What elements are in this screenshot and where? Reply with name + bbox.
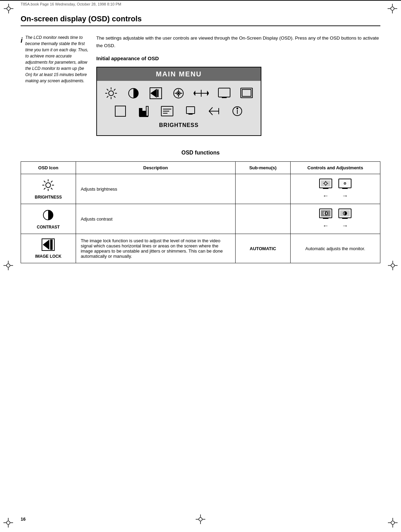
svg-line-15 — [107, 89, 108, 91]
svg-marker-31 — [194, 92, 195, 95]
svg-rect-34 — [218, 88, 230, 97]
bottom-right-corner-mark — [388, 518, 398, 529]
contrast-label: CONTRAST — [26, 225, 71, 230]
svg-point-117 — [7, 264, 10, 267]
svg-line-18 — [107, 96, 108, 98]
imagelock-submenu-label: AUTOMATIC — [250, 246, 276, 251]
right-center-mark — [388, 261, 398, 272]
header-text: T85A.book Page 16 Wednesday, October 28,… — [21, 2, 121, 6]
svg-rect-57 — [186, 107, 195, 114]
osd-icon-row-1 — [104, 86, 254, 100]
top-left-corner-mark — [3, 3, 14, 14]
osd-barchart-icon — [136, 104, 151, 118]
svg-rect-50 — [143, 111, 145, 116]
note-text: The LCD monitor needs time to become the… — [25, 34, 89, 84]
osd-return-icon — [206, 104, 221, 118]
svg-point-102 — [199, 518, 202, 521]
osd-monitor-1-icon — [217, 86, 231, 100]
osd-functions-table: OSD Icon Description Sub-menu(s) Control… — [21, 161, 380, 263]
svg-point-10 — [109, 91, 113, 96]
osd-main-menu-title: MAIN MENU — [97, 67, 261, 81]
info-icon: i — [21, 35, 23, 84]
bottom-center-mark — [196, 514, 205, 525]
svg-point-0 — [7, 7, 10, 10]
page-content: On-screen display (OSD) controls i The L… — [0, 8, 401, 277]
svg-rect-38 — [242, 89, 251, 96]
brightness-icon-cell: BRIGHTNESS — [21, 174, 76, 204]
brightness-submenu — [236, 174, 291, 204]
initial-heading: Initial appearance of OSD — [96, 55, 380, 61]
osd-hposition-icon — [194, 86, 209, 100]
osd-image-lock-icon — [149, 86, 163, 100]
svg-point-107 — [7, 521, 10, 524]
osd-zoom-icon — [113, 104, 128, 118]
osd-icon-row-2 — [104, 104, 254, 118]
svg-line-70 — [44, 181, 46, 182]
imagelock-controls: Automatic adjusts the monitor. — [290, 234, 380, 263]
imagelock-submenu: AUTOMATIC — [236, 234, 291, 263]
header-bar: T85A.book Page 16 Wednesday, October 28,… — [0, 0, 401, 8]
brightness-description: Adjusts brightness — [76, 174, 235, 204]
contrast-submenu — [236, 204, 291, 234]
contrast-icon-cell: CONTRAST — [21, 204, 76, 234]
bottom-left-corner-mark — [3, 518, 13, 529]
imagelock-description: The image lock function is used to adjus… — [76, 234, 235, 263]
col-header-icon: OSD Icon — [21, 162, 76, 174]
osd-functions-section: OSD functions OSD Icon Description Sub-m… — [21, 150, 380, 263]
svg-rect-101 — [51, 240, 52, 249]
table-row: BRIGHTNESS Adjusts brightness — [21, 174, 380, 204]
intro-layout: i The LCD monitor needs time to become t… — [21, 34, 380, 136]
svg-point-122 — [391, 264, 394, 267]
imagelock-controls-text: Automatic adjusts the monitor. — [305, 246, 365, 251]
svg-point-65 — [46, 183, 51, 188]
intro-text: The settings adjustable with the user co… — [96, 34, 380, 49]
osd-main-menu-box: MAIN MENU — [96, 67, 261, 136]
left-center-mark — [3, 261, 13, 272]
brightness-label: BRIGHTNESS — [26, 195, 71, 200]
svg-line-17 — [114, 89, 116, 91]
intro-note: i The LCD monitor needs time to become t… — [21, 34, 89, 84]
osd-brightness-icon — [104, 86, 118, 100]
svg-rect-51 — [146, 106, 148, 116]
table-header-row: OSD Icon Description Sub-menu(s) Control… — [21, 162, 380, 174]
svg-line-71 — [51, 188, 53, 190]
osd-functions-title: OSD functions — [21, 150, 380, 156]
svg-rect-40 — [115, 106, 126, 116]
svg-line-73 — [44, 188, 46, 190]
osd-clock-icon — [171, 86, 185, 100]
osd-icons-grid: BRIGHTNESS — [97, 81, 261, 135]
top-right-corner-mark — [387, 3, 398, 14]
contrast-description: Adjusts contrast — [76, 204, 235, 234]
svg-marker-21 — [151, 89, 156, 97]
col-header-description: Description — [76, 162, 235, 174]
imagelock-label: IMAGE LOCK — [26, 254, 71, 259]
brightness-controls: ← → — [290, 174, 380, 204]
osd-contrast-icon — [126, 86, 140, 100]
table-row: CONTRAST Adjusts contrast — [21, 204, 380, 234]
section-title: On-screen display (OSD) controls — [21, 14, 380, 26]
svg-point-112 — [391, 521, 394, 524]
osd-menu-icon — [160, 104, 175, 118]
svg-point-25 — [178, 93, 179, 94]
svg-rect-49 — [139, 108, 142, 116]
page-number: 16 — [21, 517, 25, 522]
osd-info-icon — [230, 104, 245, 118]
osd-refresh-icon — [240, 86, 254, 100]
svg-point-64 — [237, 108, 238, 109]
svg-marker-32 — [207, 92, 209, 95]
imagelock-icon-cell: IMAGE LOCK — [21, 234, 76, 263]
table-row: IMAGE LOCK The image lock function is us… — [21, 234, 380, 263]
svg-line-72 — [51, 181, 53, 182]
osd-small-monitor-icon — [183, 104, 198, 118]
svg-marker-100 — [43, 240, 49, 249]
svg-point-5 — [391, 7, 394, 10]
intro-left: i The LCD monitor needs time to become t… — [21, 34, 89, 136]
col-header-controls: Controls and Adjustments — [290, 162, 380, 174]
svg-line-16 — [114, 96, 116, 98]
contrast-controls: ← → — [290, 204, 380, 234]
svg-rect-84 — [340, 180, 350, 187]
intro-right: The settings adjustable with the user co… — [96, 34, 380, 136]
col-header-submenu: Sub-menu(s) — [236, 162, 291, 174]
osd-menu-label: BRIGHTNESS — [104, 122, 254, 132]
